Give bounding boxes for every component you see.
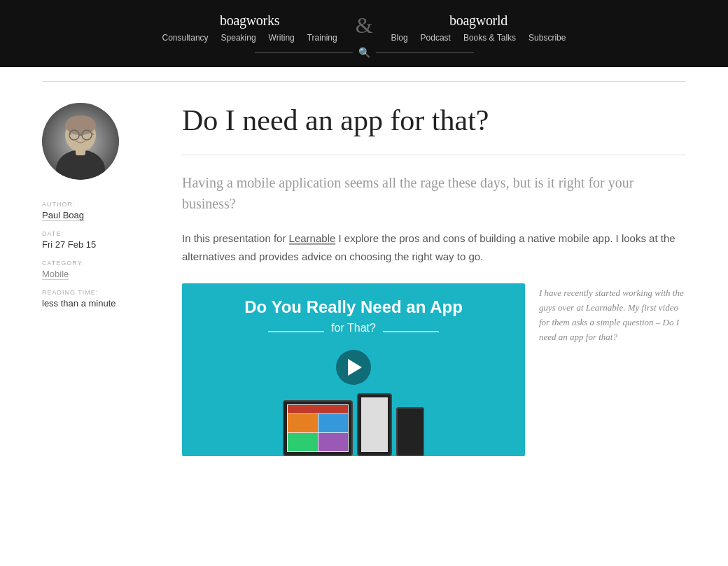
- video-caption-text: I have recently started working with the…: [539, 283, 686, 344]
- nav-speaking[interactable]: Speaking: [221, 33, 256, 43]
- phone-device2: [396, 407, 424, 456]
- nav-blog[interactable]: Blog: [391, 33, 408, 43]
- site-header: boagworks Consultancy Speaking Writing T…: [0, 0, 728, 67]
- ampersand-symbol: &: [356, 14, 373, 42]
- video-subtitle: for That?: [331, 322, 376, 334]
- play-button-container: [196, 350, 511, 385]
- article-sidebar: AUTHOR: Paul Boag DATE: Fri 27 Feb 15 CA…: [42, 103, 154, 309]
- learnable-link[interactable]: Learnable: [289, 232, 336, 245]
- category-link[interactable]: Mobile: [42, 269, 69, 280]
- tablet-screen: [287, 404, 349, 452]
- author-avatar: [42, 103, 119, 180]
- search-line-right: [376, 52, 474, 53]
- boagworld-nav: Blog Podcast Books & Talks Subscribe: [391, 33, 566, 43]
- video-decorative-lines: for That?: [196, 322, 511, 341]
- screen-cell3: [288, 433, 318, 451]
- reading-time-label: READING TIME:: [42, 289, 154, 296]
- article-body: Do I need an app for that? Having a mobi…: [182, 103, 686, 456]
- date-value: Fri 27 Feb 15: [42, 239, 154, 250]
- phone-screen: [361, 397, 388, 452]
- nav-podcast[interactable]: Podcast: [421, 33, 451, 43]
- boagworks-logo[interactable]: boagworks: [220, 13, 279, 29]
- play-icon: [348, 359, 362, 376]
- video-embed[interactable]: Do You Really Need an App for That?: [182, 283, 525, 456]
- article-intro: Having a mobile application seems all th…: [182, 172, 686, 214]
- reading-time-value: less than a minute: [42, 298, 154, 309]
- screen-cell1: [288, 414, 318, 432]
- nav-consultancy[interactable]: Consultancy: [162, 33, 209, 43]
- video-title: Do You Really Need an App: [196, 297, 511, 318]
- nav-training[interactable]: Training: [307, 33, 337, 43]
- boagworks-nav: Consultancy Speaking Writing Training: [162, 33, 337, 43]
- search-icon[interactable]: 🔍: [358, 47, 370, 59]
- device-illustrations: [182, 393, 525, 456]
- phone-device: [357, 393, 392, 456]
- screen-cell4: [318, 433, 349, 451]
- play-button[interactable]: [336, 350, 371, 385]
- avatar-image: [42, 103, 119, 180]
- nav-books-talks[interactable]: Books & Talks: [463, 33, 516, 43]
- author-label: AUTHOR:: [42, 201, 154, 208]
- top-divider: [42, 81, 686, 82]
- boagworld-logo[interactable]: boagworld: [449, 13, 507, 29]
- content-layout: AUTHOR: Paul Boag DATE: Fri 27 Feb 15 CA…: [42, 103, 686, 456]
- category-label: CATEGORY:: [42, 260, 154, 267]
- search-line-left: [255, 52, 353, 53]
- author-name: Paul Boag: [42, 210, 154, 220]
- main-content: AUTHOR: Paul Boag DATE: Fri 27 Feb 15 CA…: [28, 67, 700, 484]
- nav-subscribe[interactable]: Subscribe: [528, 33, 566, 43]
- article-text: In this presentation for Learnable I exp…: [182, 229, 686, 265]
- article-divider: [182, 155, 686, 155]
- video-line-right: [383, 331, 439, 332]
- screen-header: [288, 405, 348, 413]
- screen-cell2: [318, 414, 349, 432]
- video-content: Do You Really Need an App for That?: [182, 283, 525, 385]
- article-title: Do I need an app for that?: [182, 103, 686, 138]
- svg-line-9: [69, 134, 71, 134]
- date-label: DATE:: [42, 230, 154, 237]
- video-section: Do You Really Need an App for That?: [182, 283, 686, 456]
- video-line-left: [268, 331, 324, 332]
- tablet-device: [283, 400, 353, 456]
- author-link[interactable]: Paul Boag: [42, 210, 84, 221]
- search-bar: 🔍: [0, 47, 728, 59]
- category-value: Mobile: [42, 269, 154, 279]
- svg-line-10: [92, 134, 94, 134]
- nav-writing[interactable]: Writing: [269, 33, 295, 43]
